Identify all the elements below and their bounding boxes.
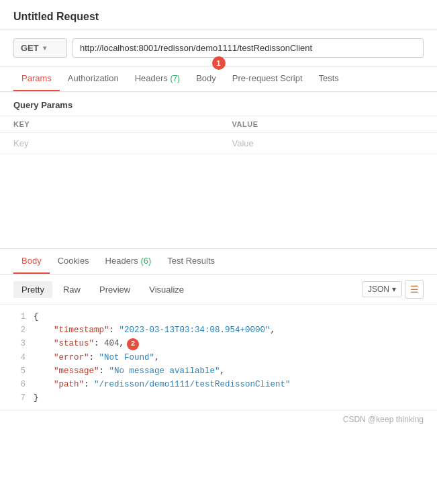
tab-test-results[interactable]: Test Results [159,249,223,274]
page-header: Untitled Request [0,0,437,30]
method-label: GET [21,43,39,53]
watermark-text: CSDN @keep thinking [343,415,424,424]
tab-cookies[interactable]: Cookies [50,249,97,274]
url-input[interactable] [72,38,424,58]
table-row: Key Value [0,133,437,154]
request-tabs: Params Authorization Headers (7) Body Pr… [0,66,437,92]
key-cell[interactable]: Key [0,133,219,154]
page-title: Untitled Request [13,11,99,22]
footer-watermark: CSDN @keep thinking [0,410,437,428]
params-table: KEY VALUE Key Value [0,115,437,154]
url-badge: 1 [212,56,226,70]
json-format-select[interactable]: JSON ▾ [362,281,402,297]
tab-params[interactable]: Params [13,66,60,91]
tab-tests[interactable]: Tests [311,66,347,91]
value-placeholder: Value [232,138,254,148]
json-select-chevron: ▾ [392,285,396,294]
response-tabs: Body Cookies Headers (6) Test Results [0,249,437,274]
preview-button[interactable]: Preview [91,281,138,298]
status-badge: 2 [127,338,139,350]
json-line-4: 4 "error" : "Not Found" , [7,351,424,364]
response-headers-badge: (6) [140,256,151,266]
wrap-icon[interactable]: ☰ [405,280,424,299]
tab-body[interactable]: Body [188,66,224,91]
visualize-button[interactable]: Visualize [141,281,192,298]
json-line-2: 2 "timestamp" : "2023-03-13T03:34:08.954… [7,323,424,337]
wrap-lines-icon: ☰ [410,284,419,295]
pretty-button[interactable]: Pretty [13,281,52,298]
chevron-down-icon: ▾ [43,44,46,52]
json-line-3: 3 "status" : 404 , 2 [7,337,424,350]
json-line-1: 1 { [7,310,424,323]
tab-authorization[interactable]: Authorization [60,66,127,91]
tab-response-body[interactable]: Body [13,249,50,274]
tab-prerequest[interactable]: Pre-request Script [224,66,311,91]
query-params-title: Query Params [0,92,437,115]
key-placeholder: Key [13,138,28,148]
raw-button[interactable]: Raw [55,281,89,298]
tab-headers[interactable]: Headers (7) [127,66,188,91]
url-bar: GET ▾ 1 [0,30,437,66]
empty-space [0,154,437,248]
value-cell[interactable]: Value [219,133,438,154]
json-line-7: 7 } [7,391,424,405]
json-content: 1 { 2 "timestamp" : "2023-03-13T03:34:08… [0,305,437,410]
json-line-6: 6 "path" : "/redisson/demo1111/testRedis… [7,378,424,391]
tab-response-headers[interactable]: Headers (6) [97,249,160,274]
json-line-5: 5 "message" : "No message available" , [7,364,424,378]
response-section: Body Cookies Headers (6) Test Results Pr… [0,248,437,410]
method-select[interactable]: GET ▾ [13,38,67,58]
col-header-value: VALUE [219,116,438,133]
headers-badge: (7) [170,74,180,83]
json-format-label: JSON [368,285,389,294]
col-header-key: KEY [0,116,219,133]
format-bar: Pretty Raw Preview Visualize JSON ▾ ☰ [0,274,437,305]
